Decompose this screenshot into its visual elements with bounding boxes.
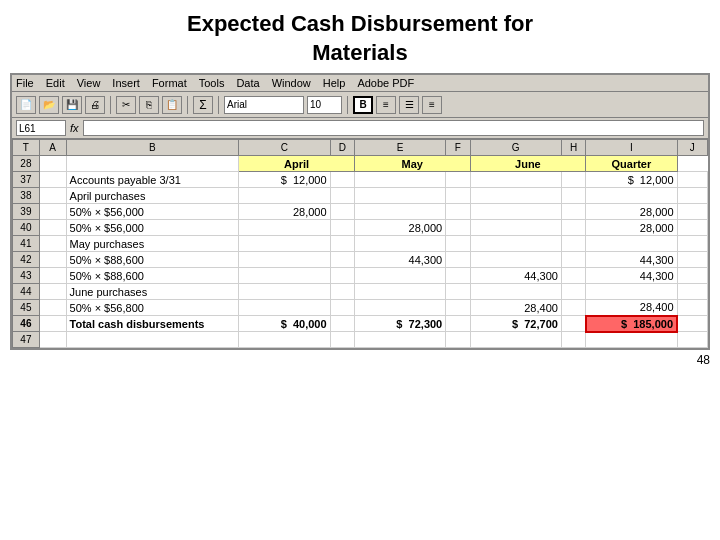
cell-39h xyxy=(561,204,585,220)
formula-input[interactable] xyxy=(83,120,704,136)
cell-46g: $ 72,700 xyxy=(470,316,561,332)
cell-37d xyxy=(330,172,354,188)
cell-46j xyxy=(677,316,707,332)
col-header-j: J xyxy=(677,140,707,156)
cell-44b: June purchases xyxy=(66,284,239,300)
cell-46i-highlighted: $ 185,000 xyxy=(586,316,677,332)
cell-46c: $ 40,000 xyxy=(239,316,330,332)
cell-38g xyxy=(470,188,561,204)
table-row: 42 50% × $88,600 44,300 44,300 xyxy=(13,252,708,268)
cell-43c xyxy=(239,268,330,284)
align-left-button[interactable]: ≡ xyxy=(376,96,396,114)
bold-button[interactable]: B xyxy=(353,96,373,114)
spreadsheet-container: T A B C D E F G H I J 28 xyxy=(12,139,708,348)
cell-42f xyxy=(446,252,470,268)
cell-40j xyxy=(677,220,707,236)
open-button[interactable]: 📂 xyxy=(39,96,59,114)
cell-43e xyxy=(354,268,445,284)
cell-42b: 50% × $88,600 xyxy=(66,252,239,268)
cell-46f xyxy=(446,316,470,332)
fx-icon: fx xyxy=(70,122,79,134)
cell-37i: $ 12,000 xyxy=(586,172,677,188)
cell-41b: May purchases xyxy=(66,236,239,252)
cell-47a xyxy=(39,332,66,348)
cell-43b: 50% × $88,600 xyxy=(66,268,239,284)
cell-44g xyxy=(470,284,561,300)
cell-46e: $ 72,300 xyxy=(354,316,445,332)
print-button[interactable]: 🖨 xyxy=(85,96,105,114)
menu-adobe[interactable]: Adobe PDF xyxy=(357,77,414,89)
title-area: Expected Cash Disbursement for Materials xyxy=(0,0,720,73)
menu-view[interactable]: View xyxy=(77,77,101,89)
col-header-a: A xyxy=(39,140,66,156)
menu-insert[interactable]: Insert xyxy=(112,77,140,89)
cell-46d xyxy=(330,316,354,332)
menu-edit[interactable]: Edit xyxy=(46,77,65,89)
menu-window[interactable]: Window xyxy=(272,77,311,89)
cell-42a xyxy=(39,252,66,268)
cell-47j xyxy=(677,332,707,348)
cell-38j xyxy=(677,188,707,204)
cell-41i xyxy=(586,236,677,252)
cell-44e xyxy=(354,284,445,300)
col-header-i: I xyxy=(586,140,677,156)
menu-tools[interactable]: Tools xyxy=(199,77,225,89)
menu-help[interactable]: Help xyxy=(323,77,346,89)
table-row: 44 June purchases xyxy=(13,284,708,300)
cell-47f xyxy=(446,332,470,348)
table-row: 37 Accounts payable 3/31 $ 12,000 $ 12,0… xyxy=(13,172,708,188)
row-num-45: 45 xyxy=(13,300,40,316)
cell-40g xyxy=(470,220,561,236)
cell-40c xyxy=(239,220,330,236)
col-header-h: H xyxy=(561,140,585,156)
font-select[interactable] xyxy=(224,96,304,114)
toolbar-sep2 xyxy=(187,96,188,114)
cell-44d xyxy=(330,284,354,300)
cell-42g xyxy=(470,252,561,268)
cell-39c: 28,000 xyxy=(239,204,330,220)
cell-41j xyxy=(677,236,707,252)
font-size-input[interactable] xyxy=(307,96,342,114)
cell-44j xyxy=(677,284,707,300)
menu-data[interactable]: Data xyxy=(236,77,259,89)
cell-42e: 44,300 xyxy=(354,252,445,268)
cell-37b: Accounts payable 3/31 xyxy=(66,172,239,188)
cell-45a xyxy=(39,300,66,316)
cell-43f xyxy=(446,268,470,284)
align-center-button[interactable]: ☰ xyxy=(399,96,419,114)
cell-40f xyxy=(446,220,470,236)
cell-37h xyxy=(561,172,585,188)
copy-button[interactable]: ⎘ xyxy=(139,96,159,114)
cell-37a xyxy=(39,172,66,188)
menu-file[interactable]: File xyxy=(16,77,34,89)
sigma-button[interactable]: Σ xyxy=(193,96,213,114)
cell-39f xyxy=(446,204,470,220)
table-row: 41 May purchases xyxy=(13,236,708,252)
header-june: June xyxy=(470,156,586,172)
col-header-g: G xyxy=(470,140,561,156)
new-button[interactable]: 📄 xyxy=(16,96,36,114)
menu-format[interactable]: Format xyxy=(152,77,187,89)
paste-button[interactable]: 📋 xyxy=(162,96,182,114)
cell-40e: 28,000 xyxy=(354,220,445,236)
cell-45d xyxy=(330,300,354,316)
header-may: May xyxy=(354,156,470,172)
cell-41e xyxy=(354,236,445,252)
cell-43i: 44,300 xyxy=(586,268,677,284)
toolbar: 📄 📂 💾 🖨 ✂ ⎘ 📋 Σ B ≡ ☰ ≡ xyxy=(12,92,708,118)
align-right-button[interactable]: ≡ xyxy=(422,96,442,114)
cell-38b: April purchases xyxy=(66,188,239,204)
row-num-41: 41 xyxy=(13,236,40,252)
cell-45f xyxy=(446,300,470,316)
col-header-c: C xyxy=(239,140,330,156)
cell-42c xyxy=(239,252,330,268)
cut-button[interactable]: ✂ xyxy=(116,96,136,114)
cell-44h xyxy=(561,284,585,300)
col-header-e: E xyxy=(354,140,445,156)
cell-39d xyxy=(330,204,354,220)
cell-45c xyxy=(239,300,330,316)
cell-28b xyxy=(66,156,239,172)
toolbar-sep3 xyxy=(218,96,219,114)
cell-41d xyxy=(330,236,354,252)
save-button[interactable]: 💾 xyxy=(62,96,82,114)
